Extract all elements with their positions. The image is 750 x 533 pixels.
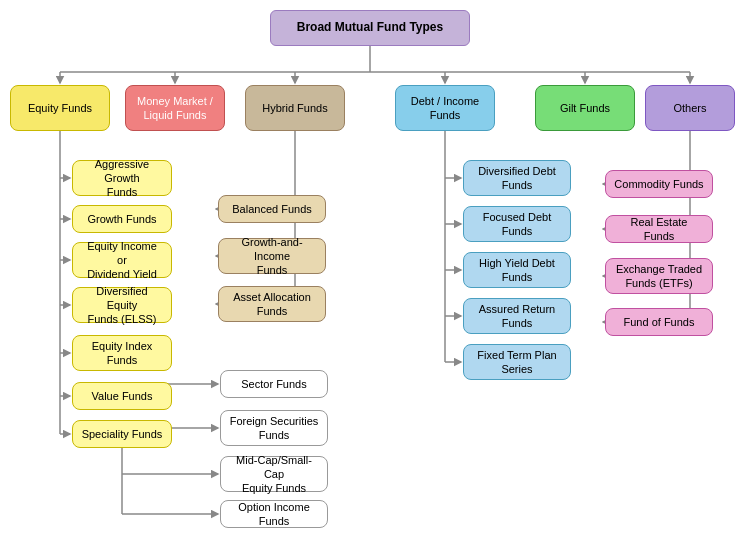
debt-sub-4: Assured ReturnFunds [463,298,571,334]
gilt-node: Gilt Funds [535,85,635,131]
speciality-sub-3: Mid-Cap/Small-CapEquity Funds [220,456,328,492]
money-node: Money Market /Liquid Funds [125,85,225,131]
money-label: Money Market /Liquid Funds [137,94,213,123]
debt-node: Debt / IncomeFunds [395,85,495,131]
equity-sub-5: Equity IndexFunds [72,335,172,371]
hybrid-label: Hybrid Funds [262,101,327,115]
hybrid-sub-1: Balanced Funds [218,195,326,223]
equity-sub-6: Value Funds [72,382,172,410]
others-sub-3: Exchange TradedFunds (ETFs) [605,258,713,294]
speciality-sub-4: Option Income Funds [220,500,328,528]
hybrid-sub-3: Asset AllocationFunds [218,286,326,322]
root-node: Broad Mutual Fund Types [270,10,470,46]
equity-sub-3: Equity Income orDividend Yield [72,242,172,278]
others-node: Others [645,85,735,131]
equity-sub-4: Diversified EquityFunds (ELSS) [72,287,172,323]
others-sub-4: Fund of Funds [605,308,713,336]
equity-sub-1: Aggressive GrowthFunds [72,160,172,196]
root-label: Broad Mutual Fund Types [297,20,443,36]
others-sub-1: Commodity Funds [605,170,713,198]
equity-sub-2: Growth Funds [72,205,172,233]
debt-sub-1: Diversified DebtFunds [463,160,571,196]
equity-label: Equity Funds [28,101,92,115]
equity-sub-7: Speciality Funds [72,420,172,448]
hybrid-node: Hybrid Funds [245,85,345,131]
others-label: Others [673,101,706,115]
equity-node: Equity Funds [10,85,110,131]
others-sub-2: Real Estate Funds [605,215,713,243]
debt-sub-2: Focused DebtFunds [463,206,571,242]
hybrid-sub-2: Growth-and-IncomeFunds [218,238,326,274]
debt-label: Debt / IncomeFunds [411,94,479,123]
debt-sub-3: High Yield DebtFunds [463,252,571,288]
debt-sub-5: Fixed Term PlanSeries [463,344,571,380]
speciality-sub-1: Sector Funds [220,370,328,398]
speciality-sub-2: Foreign SecuritiesFunds [220,410,328,446]
gilt-label: Gilt Funds [560,101,610,115]
